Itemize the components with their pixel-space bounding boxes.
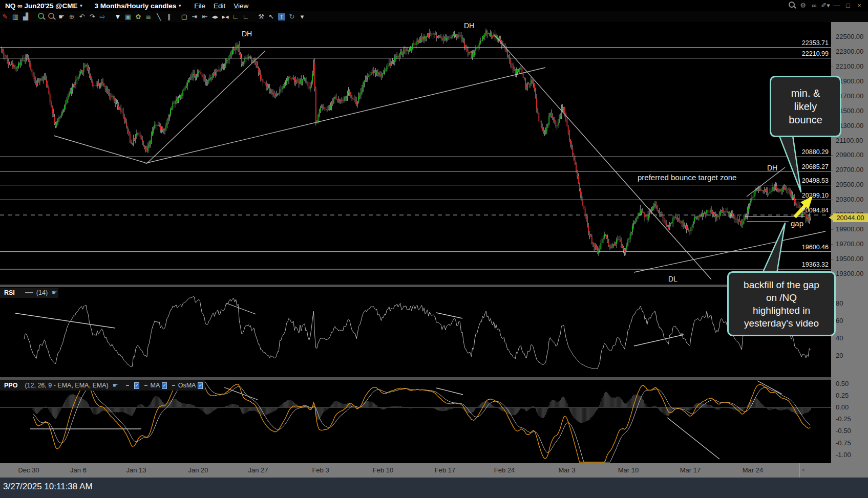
price-tick-mark [831,170,833,170]
price-tick-label: 20300.00 [836,196,863,203]
price-tick-label: 20500.00 [836,181,863,188]
price-tick-mark [831,52,833,52]
ppo-ma-label: MA [151,382,160,389]
price-tick-label: 20700.00 [836,166,863,174]
price-level-label: 19600.46 [802,244,829,251]
price-tick-mark [831,141,833,141]
price-tick-mark [831,185,833,185]
annotation-text: preferred bounce target zone [638,173,736,182]
ppo-drag-handle-icon[interactable]: ☛ [113,382,118,389]
date-label: Feb 3 [312,466,329,474]
chart-canvas [0,0,868,498]
status-bar: 3/27/2025 10:11:38 AM [0,478,868,498]
ppo-ma-checkbox[interactable] [162,382,167,389]
scroll-arrow-icon[interactable]: ◂ [801,466,805,473]
callout-min-likely-bounce[interactable]: min. & likely bounce [770,76,841,137]
rsi-tick-label: 80 [836,299,843,307]
date-label: Jan 6 [70,466,87,474]
ppo-osma-checkbox[interactable] [198,382,203,389]
price-tick-mark [831,244,833,245]
price-level-label: 22210.99 [802,50,829,57]
annotation-text: DH [242,30,252,38]
rsi-tick-label: 40 [836,334,843,342]
date-label: Mar 24 [743,466,763,474]
ppo-tick-label: 0.00 [836,403,849,411]
ppo-tick-label: 0.25 [836,392,849,399]
annotation-text: DH [767,164,777,172]
price-level-label: 20299.10 [802,192,829,199]
price-level-label: 20094.84 [802,207,829,214]
chart-window: NQ ∞ Jun20'25 @CME▼ 3 Months/Hourly cand… [0,0,868,498]
ppo-label: PPO [4,382,17,389]
rsi-panel-header: RSI (14) ☛ [0,288,58,298]
panel-divider[interactable] [0,377,831,380]
price-tick-mark [831,229,833,230]
rsi-tick-label: 60 [836,317,843,324]
price-tick-mark [831,259,833,259]
rsi-label: RSI [4,289,15,296]
status-timestamp: 3/27/2025 10:11:38 AM [3,482,93,492]
ppo-osma-swatch [172,385,175,386]
price-tick-label: 22100.00 [836,62,863,70]
ppo-tick-label: -1.00 [836,451,851,459]
annotation-text: gap [791,219,803,228]
ppo-tick-label: -0.50 [836,427,851,435]
price-tick-mark [831,37,833,37]
ppo-tick-label: -0.75 [836,439,851,447]
rsi-drag-handle-icon[interactable]: ☛ [52,289,57,296]
annotation-text: DL [668,275,678,283]
date-label: Mar 3 [558,466,575,474]
price-level-label: 19363.32 [802,261,829,268]
ppo-params: (12, 26, 9 - EMA, EMA, EMA) [25,382,108,389]
price-tick-label: 21100.00 [836,137,863,144]
price-tick-label: 22300.00 [836,48,863,55]
date-label: Mar 10 [618,466,639,474]
date-label: Jan 20 [188,466,208,474]
date-label: Feb 24 [494,466,515,474]
ppo-checkbox[interactable] [134,382,139,389]
price-tick-label: 22500.00 [836,33,863,40]
annotation-text: DH [464,21,474,30]
current-price-badge: 20044.00 [833,213,868,222]
rsi-period: (14) [36,289,48,296]
price-tick-mark [831,67,833,67]
price-tick-mark [831,155,833,156]
date-label: Mar 17 [680,466,701,474]
ppo-osma-label: OsMA [178,382,196,389]
price-level-label: 22353.71 [802,39,829,47]
ppo-tick-label: -0.25 [836,415,851,423]
ppo-ma-swatch [144,385,147,386]
date-label: Feb 10 [373,466,393,474]
price-level-label: 20498.53 [802,177,829,184]
axis-divider [799,463,800,478]
price-tick-label: 19500.00 [836,255,863,263]
time-axis[interactable]: ◂ Dec 30Jan 6Jan 13Jan 20Jan 27Feb 3Feb … [0,463,868,478]
price-level-label: 20880.29 [802,148,829,156]
rsi-tick-label: 20 [836,352,843,359]
callout-backfill-gap[interactable]: backfill of the gap on /NQ highlighted i… [727,271,836,336]
date-label: Jan 13 [126,466,146,474]
rsi-line-swatch [25,292,33,293]
price-tick-label: 20900.00 [836,151,863,159]
ppo-panel-header: PPO (12, 26, 9 - EMA, EMA, EMA) ☛ MA OsM… [0,380,205,391]
price-tick-label: 19300.00 [836,270,863,277]
price-tick-label: 19700.00 [836,240,863,248]
date-label: Jan 27 [248,466,268,474]
ppo-line-swatch [126,385,129,386]
date-label: Dec 30 [18,466,39,474]
price-tick-label: 19900.00 [836,225,863,233]
price-tick-mark [831,200,833,200]
date-label: Feb 17 [435,466,455,474]
ppo-tick-label: 0.50 [836,380,849,387]
price-level-label: 20685.27 [802,163,829,170]
panel-divider[interactable] [0,285,831,287]
